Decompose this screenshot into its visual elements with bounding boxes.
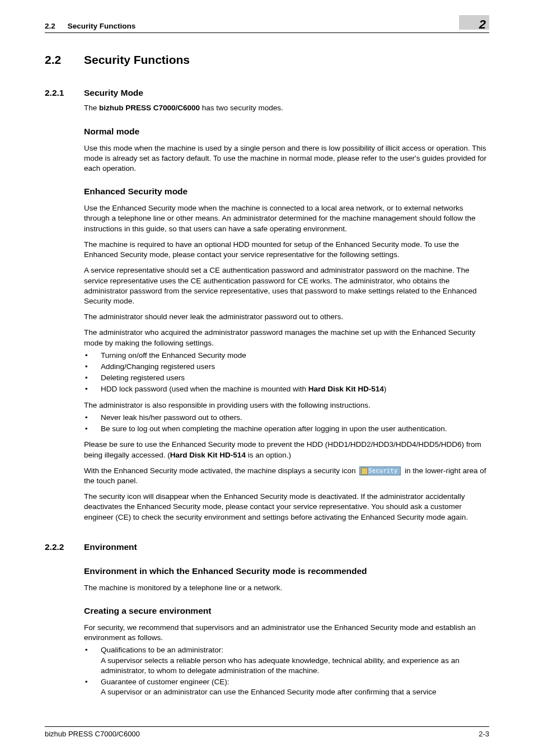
header-section-title: Security Functions (68, 22, 136, 30)
section-heading-title: Security Functions (84, 53, 190, 66)
subsection-heading: 2.2.2Environment (45, 542, 489, 553)
text: With the Enhanced Security mode activate… (84, 466, 358, 475)
text: A supervisor selects a reliable person w… (101, 656, 460, 675)
security-icon: Security (359, 466, 401, 475)
text: Guarantee of customer engineer (CE): (101, 678, 229, 686)
chapter-number: 2 (479, 17, 486, 31)
section-heading-number: 2.2 (45, 52, 84, 68)
list-item: Turning on/off the Enhanced Security mod… (84, 351, 489, 361)
text: The (84, 104, 99, 112)
security-icon-paragraph: With the Enhanced Security mode activate… (84, 466, 489, 486)
running-header-left: 2.2Security Functions (45, 21, 135, 31)
subsection-title: Security Mode (84, 88, 143, 97)
paragraph: For security, we recommend that supervis… (84, 623, 489, 643)
recommended-env-heading: Environment in which the Enhanced Securi… (84, 566, 489, 577)
hdd-kit-name: Hard Disk Kit HD-514 (308, 385, 384, 393)
list-item: Deleting registered users (84, 373, 489, 383)
list-item: Guarantee of customer engineer (CE): A s… (84, 677, 489, 697)
enhanced-mode-heading: Enhanced Security mode (84, 186, 489, 198)
subsection-number: 2.2.1 (45, 87, 84, 99)
intro-paragraph: The bizhub PRESS C7000/C6000 has two sec… (84, 103, 489, 113)
paragraph: The machine is required to have an optio… (84, 240, 489, 260)
text: ) (384, 385, 387, 393)
paragraph: The security icon will disappear when th… (84, 492, 489, 522)
list-item: Qualifications to be an administrator: A… (84, 645, 489, 676)
text: HDD lock password (used when the machine… (101, 385, 308, 393)
subsection-number: 2.2.2 (45, 542, 84, 553)
page-footer: bizhub PRESS C7000/C6000 2-3 (45, 726, 489, 739)
subsection-heading: 2.2.1Security Mode (45, 87, 489, 99)
list-item: Be sure to log out when completing the m… (84, 424, 489, 434)
header-section-number: 2.2 (45, 22, 55, 30)
user-instructions-list: Never leak his/her password out to other… (84, 413, 489, 434)
list-item: Adding/Changing registered users (84, 362, 489, 372)
list-item: Never leak his/her password out to other… (84, 413, 489, 423)
hdd-kit-name: Hard Disk Kit HD-514 (170, 451, 246, 459)
body-block-222: Environment in which the Enhanced Securi… (84, 566, 489, 698)
paragraph: The machine is monitored by a telephone … (84, 583, 489, 593)
text: has two security modes. (200, 104, 283, 112)
normal-mode-paragraph: Use this mode when the machine is used b… (84, 143, 489, 174)
footer-page-number: 2-3 (479, 729, 489, 739)
chapter-tab: 2 (459, 15, 489, 30)
lock-icon (361, 468, 368, 475)
security-icon-label: Security (368, 467, 397, 475)
paragraph: The administrator who acquired the admin… (84, 328, 489, 348)
paragraph: A service representative should set a CE… (84, 265, 489, 306)
text: Qualifications to be an administrator: (101, 646, 223, 654)
text: is an option.) (246, 451, 291, 459)
paragraph: Please be sure to use the Enhanced Secur… (84, 440, 489, 460)
section-heading: 2.2Security Functions (45, 52, 489, 68)
normal-mode-heading: Normal mode (84, 126, 489, 138)
body-block-221: The bizhub PRESS C7000/C6000 has two sec… (84, 103, 489, 522)
page: 2.2Security Functions 2 2.2Security Func… (0, 0, 534, 756)
product-name: bizhub PRESS C7000/C6000 (99, 104, 200, 112)
footer-product: bizhub PRESS C7000/C6000 (45, 729, 140, 739)
paragraph: The administrator is also responsible in… (84, 400, 489, 410)
running-header: 2.2Security Functions (45, 21, 489, 33)
subsection-title: Environment (84, 542, 137, 552)
secure-env-heading: Creating a secure environment (84, 605, 489, 617)
text: A supervisor or an administrator can use… (101, 688, 437, 696)
admin-settings-list: Turning on/off the Enhanced Security mod… (84, 351, 489, 395)
secure-env-list: Qualifications to be an administrator: A… (84, 645, 489, 697)
paragraph: The administrator should never leak the … (84, 312, 489, 322)
list-item: HDD lock password (used when the machine… (84, 384, 489, 394)
paragraph: Use the Enhanced Security mode when the … (84, 203, 489, 234)
